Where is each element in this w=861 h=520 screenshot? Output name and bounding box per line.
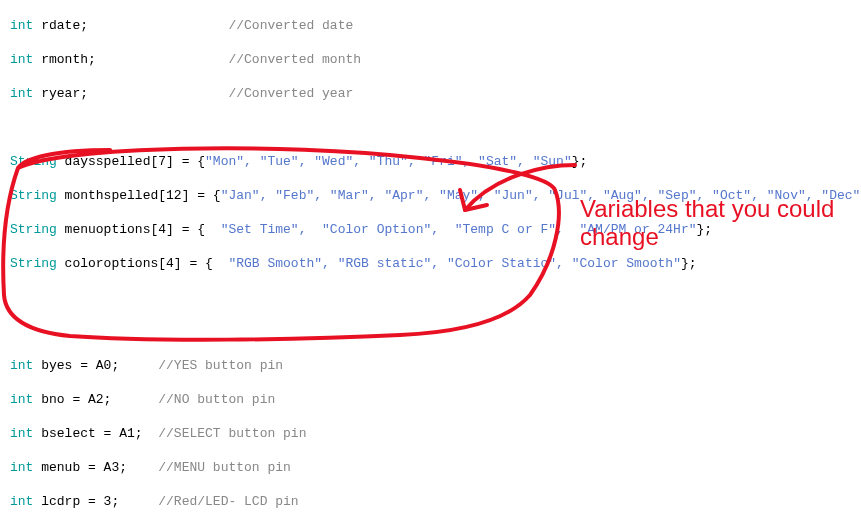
callout-line1: Variables that you could <box>580 195 834 223</box>
code-line: String coloroptions[4] = { "RGB Smooth",… <box>10 255 861 272</box>
code-line: String daysspelled[7] = {"Mon", "Tue", "… <box>10 153 861 170</box>
code-line: int bselect = A1; //SELECT button pin <box>10 425 861 442</box>
code-line: int ryear; //Converted year <box>10 85 861 102</box>
code-block: int rdate; //Converted date int rmonth; … <box>0 0 861 520</box>
callout-line2: change <box>580 223 834 251</box>
blank-line <box>10 119 861 136</box>
blank-line <box>10 289 861 306</box>
code-line: int byes = A0; //YES button pin <box>10 357 861 374</box>
code-line: int rdate; //Converted date <box>10 17 861 34</box>
blank-line <box>10 323 861 340</box>
code-line: int menub = A3; //MENU button pin <box>10 459 861 476</box>
callout-text: Variables that you could change <box>580 195 834 251</box>
code-line: int lcdrp = 3; //Red/LED- LCD pin <box>10 493 861 510</box>
code-line: int bno = A2; //NO button pin <box>10 391 861 408</box>
code-line: int rmonth; //Converted month <box>10 51 861 68</box>
